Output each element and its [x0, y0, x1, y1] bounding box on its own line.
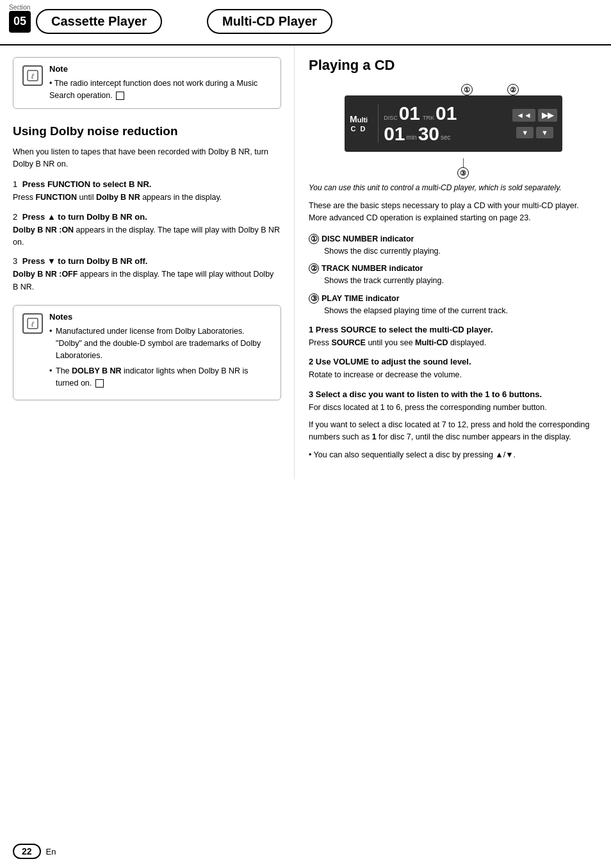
disc-row: DISC 01 TRK 01 [384, 104, 509, 123]
ind-callout-1: ① [309, 234, 319, 244]
section-number: 05 [9, 11, 31, 33]
indicator-item-2: ② TRACK NUMBER indicator Shows the track… [309, 263, 598, 287]
sec-label: sec [441, 134, 451, 141]
step-1-number: 1 [13, 179, 17, 189]
step-2-number: 2 [13, 212, 17, 222]
notes-icon: ℓ [22, 313, 43, 334]
right-step-2-heading: 2 Use VOLUME to adjust the sound level. [309, 357, 598, 366]
indicator-item-3: ③ PLAY TIME indicator Shows the elapsed … [309, 293, 598, 317]
cd-display-center: DISC 01 TRK 01 01 min 30 sec [384, 104, 509, 143]
time-sec: 30 [418, 124, 439, 143]
left-tab-title: Cassette Player [36, 9, 162, 34]
cd-controls: ◄◄ ▶▶ ▼ ▼ [512, 109, 557, 138]
right-step-3-body-2: If you want to select a disc located at … [309, 419, 598, 444]
section-label: Section [9, 4, 30, 11]
right-step-2-body: Rotate to increase or decrease the volum… [309, 369, 598, 381]
notes-content: Notes Manufactured under license from Do… [49, 312, 272, 393]
right-step-2-num: 2 [309, 357, 316, 366]
time-row: 01 min 30 sec [384, 124, 509, 143]
right-step-3-body-1: For discs located at 1 to 6, press the c… [309, 402, 598, 414]
right-step-1-num: 1 [309, 325, 316, 334]
cd-display-left: Multi C D [350, 114, 368, 133]
step-3-heading: 3 Press ▼ to turn Dolby B NR off. [13, 256, 281, 266]
indicator-2-title: TRACK NUMBER indicator [322, 264, 423, 273]
right-tab-title: Multi-CD Player [207, 9, 332, 34]
note-icon: ℓ [22, 65, 43, 86]
stop-symbol-2 [95, 379, 104, 388]
min-label: min [407, 134, 417, 141]
indicator-3-title: PLAY TIME indicator [322, 294, 400, 303]
right-intro-text: These are the basic steps necessary to p… [309, 200, 598, 225]
ind-callout-3: ③ [309, 293, 319, 304]
cd-display: Multi C D DISC 01 TRK 01 [345, 95, 562, 152]
italic-note: You can use this unit to control a multi… [309, 183, 598, 193]
right-step-1-heading: 1 Press SOURCE to select the multi-CD pl… [309, 325, 598, 334]
notes-box: ℓ Notes Manufactured under license from … [13, 305, 281, 400]
step-1-body: Press FUNCTION until Dolby B NR appears … [13, 192, 281, 204]
step-2-heading-text: Press ▲ to turn Dolby B NR on. [22, 212, 147, 222]
svg-text:ℓ: ℓ [31, 72, 34, 81]
indicator-3-body: Shows the elapsed playing time of the cu… [309, 305, 598, 317]
step-2-body: Dolby B NR :ON appears in the display. T… [13, 224, 281, 249]
note-box: ℓ Note • The radio intercept function do… [13, 57, 281, 109]
ind-callout-2: ② [309, 263, 319, 274]
step-2-heading: 2 Press ▲ to turn Dolby B NR on. [13, 212, 281, 222]
trk-label: TRK [423, 115, 434, 121]
step-3-heading-text: Press ▼ to turn Dolby B NR off. [22, 256, 148, 266]
right-column: Playing a CD ① ② [295, 45, 611, 479]
step-1-heading-text: Press FUNCTION to select B NR. [22, 179, 152, 189]
page-number: 22 [13, 844, 41, 859]
note-title: Note [49, 64, 272, 74]
right-step-3-num: 3 [309, 389, 316, 399]
indicator-1-title: DISC NUMBER indicator [322, 234, 414, 243]
callout-2: ② [507, 84, 519, 95]
dolby-intro: When you listen to tapes that have been … [13, 146, 281, 171]
notes-item-1: Manufactured under license from Dolby La… [49, 325, 272, 361]
trk-number: 01 [436, 104, 457, 123]
right-step-1-body: Press SOURCE until you see Multi-CD disp… [309, 337, 598, 349]
note-content: Note • The radio intercept function does… [49, 64, 272, 102]
notes-item-2: The DOLBY B NR indicator lights when Dol… [49, 365, 272, 389]
disc-label: DISC [384, 115, 398, 121]
step-1-heading: 1 Press FUNCTION to select B NR. [13, 179, 281, 189]
right-step-3-heading: 3 Select a disc you want to listen to wi… [309, 389, 598, 399]
language-label: En [46, 847, 56, 856]
indicator-3-heading: ③ PLAY TIME indicator [309, 293, 598, 304]
step-3-number: 3 [13, 256, 17, 266]
dolby-heading: Using Dolby noise reduction [13, 124, 281, 138]
indicator-2-heading: ② TRACK NUMBER indicator [309, 263, 598, 274]
indicators-list: ① DISC NUMBER indicator Shows the disc c… [309, 234, 598, 317]
step-3-body: Dolby B NR :OFF appears in the display. … [13, 268, 281, 293]
page: Section 05 Cassette Player Multi-CD Play… [0, 0, 611, 868]
indicator-1-body: Shows the disc currently playing. [309, 245, 598, 258]
footer: 22 En [13, 844, 56, 859]
callout-1: ① [461, 84, 473, 95]
indicator-item-1: ① DISC NUMBER indicator Shows the disc c… [309, 234, 598, 258]
disc-number: 01 [399, 104, 420, 123]
playing-cd-heading: Playing a CD [309, 57, 598, 74]
svg-text:ℓ: ℓ [31, 320, 34, 329]
stop-symbol [116, 92, 124, 100]
time-min: 01 [384, 124, 405, 143]
callout-3: ③ [457, 167, 469, 179]
display-area: ① ② Multi C D [309, 84, 598, 179]
indicator-2-body: Shows the track currently playing. [309, 275, 598, 287]
right-step-3-body-3: • You can also sequentially select a dis… [309, 449, 598, 461]
indicator-1-heading: ① DISC NUMBER indicator [309, 234, 598, 244]
notes-title: Notes [49, 312, 272, 322]
note-text: • The radio intercept function does not … [49, 78, 272, 102]
left-column: ℓ Note • The radio intercept function do… [0, 45, 295, 479]
notes-list: Manufactured under license from Dolby La… [49, 325, 272, 389]
